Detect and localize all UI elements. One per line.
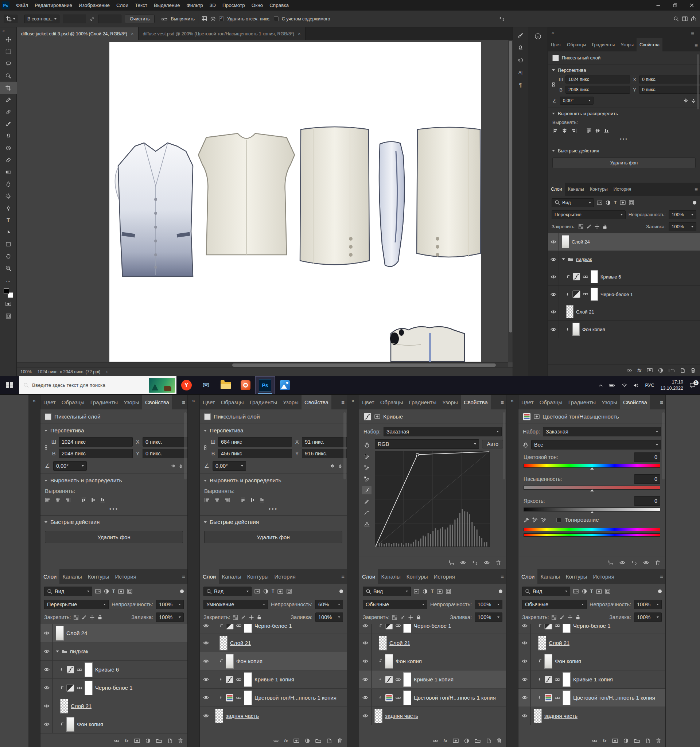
canvas-area[interactable] <box>17 40 513 367</box>
mask-thumbnail[interactable] <box>244 624 252 633</box>
panel-tab[interactable]: Контуры <box>587 183 611 196</box>
layer-thumbnail[interactable] <box>379 636 387 650</box>
straighten-label[interactable]: Выпрямить <box>171 17 195 21</box>
y-input[interactable] <box>639 86 700 94</box>
document-canvas[interactable] <box>109 42 481 361</box>
panel-tab[interactable]: Градиенты <box>565 395 599 410</box>
layer-row[interactable]: пиджак <box>41 643 187 661</box>
layer-visibility-toggle[interactable] <box>359 652 372 670</box>
horizontal-scrollbar[interactable] <box>17 362 508 367</box>
layer-row[interactable]: Слой 24 <box>41 624 187 643</box>
dock-menu-icon[interactable]: ≡ <box>689 30 696 36</box>
more-options-button[interactable]: ••• <box>548 134 700 142</box>
flip-horizontal-icon[interactable] <box>171 464 175 468</box>
new-layer-icon[interactable] <box>486 738 491 743</box>
layer-row[interactable]: задняя часть <box>359 707 506 725</box>
new-layer-icon[interactable] <box>680 368 685 373</box>
share-icon[interactable] <box>691 16 696 21</box>
scrollbar[interactable] <box>184 412 187 479</box>
opacity-dropdown[interactable]: 100% <box>634 600 662 609</box>
panel-tab[interactable]: Образцы <box>564 38 589 51</box>
layer-visibility-toggle[interactable] <box>548 233 559 251</box>
layer-visibility-toggle[interactable] <box>548 268 559 286</box>
layers-menu-icon[interactable]: ≡ <box>692 183 700 196</box>
layer-row[interactable]: Цветовой тон/Н...нность 1 копия <box>519 689 665 707</box>
add-adjustment-icon[interactable] <box>623 738 629 743</box>
clip-to-layer-icon[interactable] <box>608 560 613 566</box>
remove-background-button[interactable]: Удалить фон <box>552 157 695 168</box>
more-options-button[interactable]: ••• <box>41 504 187 512</box>
type-filter-icon[interactable]: T <box>112 589 115 594</box>
layer-row[interactable]: задняя часть <box>200 707 347 725</box>
fx-icon[interactable]: fx <box>443 738 448 743</box>
layer-visibility-toggle[interactable] <box>41 643 53 660</box>
lock-pixels-icon[interactable] <box>82 615 86 620</box>
layer-visibility-toggle[interactable] <box>359 689 372 706</box>
add-mask-icon[interactable] <box>453 738 459 743</box>
layer-visibility-toggle[interactable] <box>548 321 559 338</box>
link-layers-icon[interactable] <box>114 738 119 743</box>
hue-adjustment-icon[interactable] <box>226 694 234 702</box>
layer-visibility-toggle[interactable] <box>200 634 212 652</box>
panel-tab[interactable]: Каналы <box>59 569 85 584</box>
layer-row[interactable]: Черно-белое 1 <box>359 624 506 634</box>
fill-dropdown[interactable]: 100% <box>156 612 184 622</box>
link-layers-icon[interactable] <box>274 738 278 743</box>
width-input[interactable] <box>218 437 292 447</box>
collapsed-clone-source-icon[interactable] <box>515 43 526 53</box>
panel-tab[interactable]: Цвет <box>200 395 218 410</box>
panel-tab[interactable]: Каналы <box>378 569 403 584</box>
layer-row[interactable]: Черно-белое 1 <box>548 286 700 303</box>
clip-to-layer-icon[interactable] <box>448 560 454 566</box>
panel-tab[interactable]: Цвет <box>548 38 564 51</box>
start-button[interactable] <box>0 376 19 394</box>
tool-marquee[interactable] <box>0 45 17 57</box>
adjustment-filter-icon[interactable] <box>263 589 268 594</box>
mask-thumbnail[interactable] <box>403 691 411 705</box>
new-group-icon[interactable] <box>315 738 321 743</box>
tool-hand[interactable] <box>0 250 17 262</box>
layer-row[interactable]: Черно-белое 1 <box>200 624 347 634</box>
swap-values-icon[interactable] <box>89 17 95 21</box>
layer-row[interactable]: Фон копия <box>519 652 665 670</box>
curves-adjustment-icon[interactable] <box>385 676 393 683</box>
layer-visibility-toggle[interactable] <box>359 624 372 634</box>
align-right-icon[interactable] <box>571 129 577 133</box>
menu-item[interactable]: Справка <box>266 1 292 10</box>
layers-menu-icon[interactable]: ≡ <box>658 569 665 584</box>
align-middle-icon[interactable] <box>250 497 255 503</box>
menu-item[interactable]: Фильтр <box>183 1 206 10</box>
blend-mode-dropdown[interactable]: Перекрытие <box>552 210 626 219</box>
language-indicator[interactable]: РУС <box>645 383 654 388</box>
saturation-slider[interactable] <box>523 485 660 490</box>
panel-tab[interactable]: Контуры <box>85 569 112 584</box>
scrollbar[interactable] <box>697 54 699 109</box>
transform-section-header[interactable]: Перспектива <box>548 65 700 76</box>
notification-center-icon[interactable]: 1 <box>689 383 695 388</box>
filter-type-dropdown[interactable]: Вид <box>203 587 252 596</box>
layer-row[interactable]: Цветовой тон/Н...нность 1 копия <box>200 689 347 707</box>
panel-tab[interactable]: Образцы <box>218 395 247 410</box>
layers-menu-icon[interactable]: ≡ <box>339 569 347 584</box>
fill-dropdown[interactable]: 100% <box>315 612 343 622</box>
panel-tab[interactable]: История <box>611 183 634 196</box>
close-tab-icon[interactable]: × <box>298 31 301 36</box>
layer-visibility-toggle[interactable] <box>41 715 53 733</box>
character-panel-icon[interactable]: A| <box>515 67 526 78</box>
menu-item[interactable]: Изображение <box>76 1 113 10</box>
layer-row[interactable]: пиджак <box>548 251 700 268</box>
add-adjustment-icon[interactable] <box>464 738 469 743</box>
opacity-dropdown[interactable]: 100% <box>669 210 696 219</box>
align-section-header[interactable]: Выровнять и распределить <box>41 474 187 487</box>
layer-row[interactable]: Фон копия <box>548 321 700 338</box>
lock-position-icon[interactable] <box>568 615 572 620</box>
remove-background-button[interactable]: Удалить фон <box>45 531 183 543</box>
search-input[interactable] <box>32 383 145 388</box>
search-icon[interactable] <box>673 16 679 21</box>
subtract-from-sample-eyedropper-icon[interactable] <box>541 517 546 522</box>
status-expand-icon[interactable]: › <box>106 369 107 374</box>
x-input[interactable] <box>302 437 347 447</box>
menu-item[interactable]: Редактирование <box>31 1 76 10</box>
lock-all-icon[interactable] <box>576 615 580 620</box>
type-filter-icon[interactable]: T <box>614 200 617 205</box>
